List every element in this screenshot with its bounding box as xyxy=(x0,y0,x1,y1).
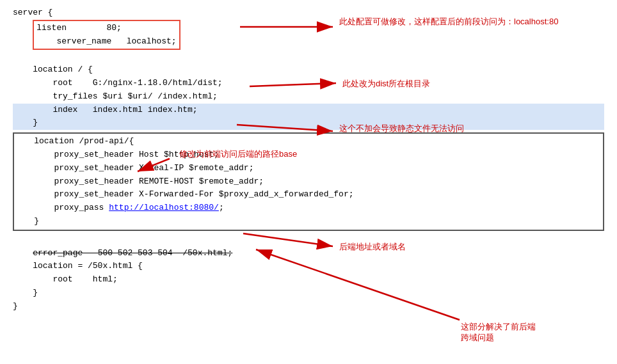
listen-box: listen 80; server_name localhost; xyxy=(33,20,180,51)
code-line-23: } xyxy=(13,300,604,313)
code-line-15: proxy_set_header X-Forwarded-For $proxy_… xyxy=(14,188,603,202)
code-line-8: index index.html index.htm; xyxy=(13,104,604,117)
code-line-5: location / { xyxy=(13,63,604,77)
code-line-13: proxy_set_header X-Real-IP $remote_addr; xyxy=(14,162,603,175)
code-line-4 xyxy=(13,50,604,63)
code-line-7: try_files $uri $uri/ /index.html; xyxy=(13,90,604,104)
second-section-box: location /prod-api/{ proxy_set_header Ho… xyxy=(13,132,604,231)
code-line-20: location = /50x.html { xyxy=(13,260,604,273)
code-line-12: proxy_set_header Host $http_host; xyxy=(14,148,603,162)
code-line-6: root G:/nginx-1.18.0/html/dist; xyxy=(13,77,604,90)
code-line-1: server { xyxy=(13,6,604,20)
code-block: server { listen 80; server_name localhos… xyxy=(0,0,617,320)
code-line-19: error_page 500 502 503 504 /50x.html; xyxy=(13,247,604,260)
code-line-11: location /prod-api/{ xyxy=(14,135,603,148)
code-line-2: listen 80; server_name localhost; xyxy=(13,20,604,51)
code-line-18 xyxy=(13,233,604,247)
code-line-9: } xyxy=(13,116,604,130)
error-page-strikethrough: error_page 500 502 503 504 /50x.html; xyxy=(33,248,232,258)
annotation-6-text: 这部分解决了前后端 xyxy=(461,322,536,331)
code-line-21: root html; xyxy=(13,273,604,287)
code-line-16: proxy_pass http://localhost:8080/; xyxy=(14,202,603,215)
proxy-pass-link: http://localhost:8080/ xyxy=(109,203,219,212)
annotation-6-text2: 跨域问题 xyxy=(461,333,494,342)
code-line-17: } xyxy=(14,215,603,228)
code-line-14: proxy_set_header REMOTE-HOST $remote_add… xyxy=(14,175,603,189)
code-line-22: } xyxy=(13,287,604,300)
